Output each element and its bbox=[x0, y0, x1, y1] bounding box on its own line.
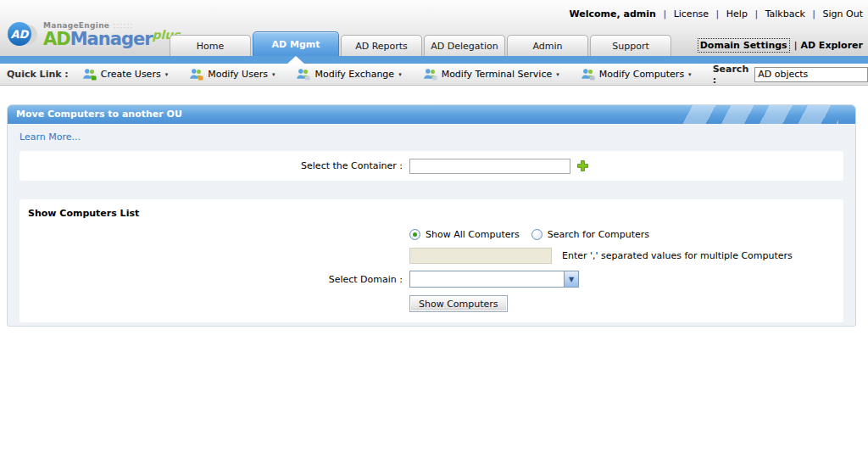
license-link[interactable]: License bbox=[674, 8, 709, 20]
select-domain-label: Select Domain : bbox=[19, 274, 409, 285]
tab-admin[interactable]: Admin bbox=[507, 35, 588, 56]
modify-users-icon bbox=[189, 68, 203, 81]
select-container-box: Select the Container : bbox=[19, 151, 843, 181]
caret-down-icon: ▾ bbox=[556, 71, 559, 78]
main-nav-tabs: Home AD Mgmt AD Reports AD Delegation Ad… bbox=[170, 31, 673, 56]
quicklink-label: Create Users bbox=[101, 69, 161, 80]
quicklink-modify-terminal-service[interactable]: Modify Terminal Service ▾ bbox=[423, 68, 559, 81]
move-computers-panel: Move Computers to another OU Learn More.… bbox=[7, 104, 856, 327]
active-tab-notch bbox=[287, 56, 304, 64]
quicklink-create-users[interactable]: Create Users ▾ bbox=[82, 68, 168, 81]
separator: | bbox=[812, 8, 815, 20]
separator: | bbox=[716, 8, 720, 20]
tab-ad-mgmt[interactable]: AD Mgmt bbox=[253, 31, 339, 56]
domain-select[interactable]: ▼ bbox=[409, 271, 579, 288]
tab-ad-reports[interactable]: AD Reports bbox=[341, 35, 422, 56]
quicklink-label: Modify Users bbox=[208, 69, 268, 80]
chevron-down-icon: ▼ bbox=[564, 271, 578, 287]
select-container-label: Select the Container : bbox=[19, 160, 409, 171]
panel-header: Move Computers to another OU bbox=[8, 105, 855, 124]
search-area: Search : → bbox=[713, 64, 868, 86]
quicklink-label: Modify Computers bbox=[599, 69, 684, 80]
search-label: Search : bbox=[713, 64, 751, 86]
quick-link-bar: Quick Link : Create Users ▾ Modify Users… bbox=[0, 64, 868, 86]
admanager-logo-icon: AD bbox=[7, 20, 39, 48]
svg-text:AD: AD bbox=[11, 28, 30, 41]
domain-settings-link[interactable]: Domain Settings bbox=[698, 38, 790, 53]
show-computers-button[interactable]: Show Computers bbox=[409, 295, 508, 312]
section-heading: Show Computers List bbox=[19, 199, 843, 219]
talkback-link[interactable]: Talkback bbox=[765, 8, 805, 20]
caret-down-icon: ▾ bbox=[688, 71, 692, 78]
tab-ad-delegation[interactable]: AD Delegation bbox=[424, 35, 505, 56]
show-computers-box: Show Computers List Show All Computers S… bbox=[19, 199, 843, 322]
radio-label: Search for Computers bbox=[548, 229, 649, 240]
quicklink-modify-users[interactable]: Modify Users ▾ bbox=[189, 68, 275, 81]
welcome-text: Welcome, admin bbox=[570, 8, 656, 20]
quick-link-label: Quick Link : bbox=[0, 69, 82, 80]
tab-support[interactable]: Support bbox=[590, 35, 671, 56]
modify-computers-icon bbox=[581, 68, 595, 81]
learn-more-link[interactable]: Learn More... bbox=[19, 131, 81, 143]
caret-down-icon: ▾ bbox=[272, 71, 275, 78]
tab-home[interactable]: Home bbox=[170, 35, 251, 56]
radio-show-all-computers[interactable] bbox=[409, 229, 420, 240]
product-name-manager: Manager bbox=[70, 29, 153, 49]
header-links: Domain Settings|AD Explorer bbox=[698, 40, 863, 51]
header: Welcome, admin | License | Help | Talkba… bbox=[0, 0, 868, 56]
radio-label: Show All Computers bbox=[426, 229, 520, 240]
search-input[interactable] bbox=[754, 67, 868, 82]
quicklink-modify-computers[interactable]: Modify Computers ▾ bbox=[581, 68, 692, 81]
help-link[interactable]: Help bbox=[726, 8, 748, 20]
computers-names-input[interactable] bbox=[409, 248, 552, 264]
create-users-icon bbox=[82, 68, 97, 81]
welcome-bar: Welcome, admin | License | Help | Talkba… bbox=[570, 8, 863, 20]
add-container-button[interactable] bbox=[576, 159, 589, 172]
quicklink-label: Modify Exchange bbox=[314, 69, 394, 80]
container-input[interactable] bbox=[409, 159, 570, 174]
header-stripes-decoration bbox=[677, 105, 838, 124]
separator: | bbox=[663, 8, 666, 20]
quicklink-label: Modify Terminal Service bbox=[442, 69, 553, 80]
modify-exchange-icon bbox=[296, 68, 310, 81]
separator: | bbox=[754, 8, 758, 20]
admanager-logo: AD ManageEngine:::::: ADManagerplus bbox=[7, 20, 181, 48]
plus-icon bbox=[576, 159, 589, 172]
separator: | bbox=[794, 40, 798, 51]
modify-terminal-service-icon bbox=[423, 68, 437, 81]
computers-input-hint: Enter ',' separated values for multiple … bbox=[562, 250, 793, 261]
quicklink-modify-exchange[interactable]: Modify Exchange ▾ bbox=[296, 68, 401, 81]
caret-down-icon: ▾ bbox=[165, 71, 169, 78]
radio-search-for-computers[interactable] bbox=[531, 229, 542, 240]
sign-out-link[interactable]: Sign Out bbox=[823, 8, 863, 20]
page-title: Move Computers to another OU bbox=[16, 109, 182, 120]
domain-select-value bbox=[410, 271, 564, 287]
caret-down-icon: ▾ bbox=[398, 71, 402, 78]
ad-explorer-link[interactable]: AD Explorer bbox=[800, 40, 863, 51]
product-name-ad: AD bbox=[43, 29, 70, 49]
